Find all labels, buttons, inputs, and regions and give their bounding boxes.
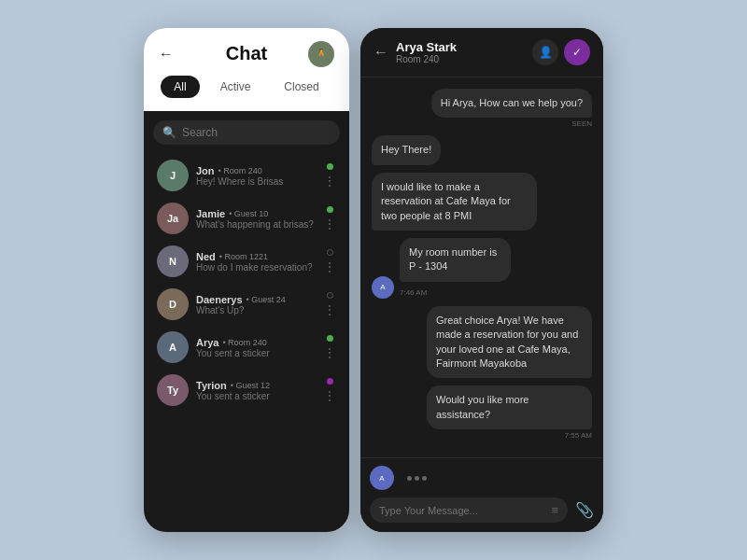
more-options-button[interactable]: ⋮ — [323, 345, 336, 360]
chat-room: • Room 240 — [222, 338, 266, 347]
back-button[interactable]: ← — [159, 46, 174, 63]
attachment-button[interactable]: 📎 — [575, 501, 594, 519]
more-options-button[interactable]: ⋮ — [323, 259, 336, 274]
message-input[interactable] — [379, 505, 551, 516]
status-dot — [327, 163, 333, 170]
chat-header: ← Arya Stark Room 240 👤 ✓ — [360, 28, 603, 77]
chat-name: Arya — [196, 337, 218, 348]
typing-user-avatar: A — [370, 466, 394, 490]
search-bar: 🔍 — [153, 120, 340, 145]
list-item[interactable]: D Daenerys • Guest 24 What's Up? ⋮ — [153, 283, 340, 326]
chat-name: Tyrion — [196, 380, 227, 391]
name-row: Ned • Room 1221 — [196, 251, 316, 262]
seen-label: SEEN — [571, 119, 592, 128]
chat-preview: How do I make reservation? — [196, 262, 316, 273]
chat-preview: You sent a sticker — [196, 348, 316, 358]
header-top-row: ← Chat 🧍 — [159, 43, 334, 64]
chat-preview: What's happening at brisas? — [196, 219, 316, 230]
message-row: Great choice Arya! We have made a reserv… — [372, 306, 592, 379]
message-time: 7:55 AM — [565, 431, 592, 440]
list-item[interactable]: N Ned • Room 1221 How do I make reservat… — [153, 240, 340, 283]
more-options-button[interactable]: ⋮ — [323, 388, 336, 403]
more-options-button[interactable]: ⋮ — [323, 217, 336, 231]
message-bubble: My room number is P - 1304 — [400, 238, 511, 282]
page-title: Chat — [226, 43, 267, 64]
search-input[interactable] — [182, 126, 331, 139]
chat-meta: ⋮ — [323, 335, 336, 360]
status-dot — [327, 206, 333, 213]
status-dot — [327, 292, 333, 299]
chat-list-header: ← Chat 🧍 All Active Closed — [144, 28, 349, 111]
chat-name: Ned — [196, 251, 216, 262]
more-options-button[interactable]: ⋮ — [323, 174, 336, 189]
chat-preview: You sent a sticker — [196, 391, 316, 401]
typing-indicator — [402, 472, 432, 484]
contact-name: Arya Stark — [396, 40, 525, 54]
chat-name: Daenerys — [196, 294, 243, 305]
list-item[interactable]: Ja Jamie • Guest 10 What's happening at … — [153, 197, 340, 240]
chat-meta: ⋮ — [323, 249, 336, 274]
contact-info: Arya Stark Room 240 — [396, 40, 525, 64]
avatar: J — [157, 160, 189, 191]
list-item[interactable]: A Arya • Room 240 You sent a sticker ⋮ — [153, 326, 340, 369]
chat-info: Daenerys • Guest 24 What's Up? — [196, 294, 316, 315]
chat-meta: ⋮ — [323, 378, 336, 403]
avatar: Ty — [157, 374, 189, 406]
chat-info: Ned • Room 1221 How do I make reservatio… — [196, 251, 316, 273]
chat-name: Jamie — [196, 208, 225, 219]
list-item[interactable]: J Jon • Room 240 Hey! Where is Brisas ⋮ — [153, 154, 340, 197]
chat-info: Jon • Room 240 Hey! Where is Brisas — [196, 165, 316, 187]
message-row: A My room number is P - 1304 7:46 AM — [372, 238, 592, 299]
message-bubble: Great choice Arya! We have made a reserv… — [427, 306, 592, 379]
more-options-button[interactable]: ⋮ — [323, 302, 336, 317]
name-row: Jon • Room 240 — [196, 165, 316, 176]
name-row: Tyrion • Guest 12 — [196, 380, 316, 391]
message-row: Hi Arya, How can we help you? SEEN — [372, 89, 592, 128]
avatar: A — [157, 331, 189, 363]
header-back-button[interactable]: ← — [374, 44, 388, 61]
chat-room: • Guest 24 — [247, 295, 286, 304]
typing-dot-1 — [407, 476, 412, 481]
tab-all[interactable]: All — [161, 76, 199, 98]
chat-name: Jon — [196, 165, 215, 176]
avatar: D — [157, 288, 189, 320]
message-bubble: Hey There! — [372, 135, 441, 164]
message-row: I would like to make a reservation at Ca… — [372, 173, 592, 231]
chat-detail-panel: ← Arya Stark Room 240 👤 ✓ Hi Arya, How c… — [360, 28, 603, 532]
app-container: ← Chat 🧍 All Active Closed 🔍 J Jon • Roo… — [144, 28, 603, 532]
check-button[interactable]: ✓ — [564, 39, 590, 65]
message-time: 7:46 AM — [400, 288, 427, 297]
header-actions: 👤 ✓ — [532, 39, 590, 65]
chat-list-panel: ← Chat 🧍 All Active Closed 🔍 J Jon • Roo… — [144, 28, 349, 532]
message-with-avatar: A My room number is P - 1304 7:46 AM — [372, 238, 548, 299]
format-icon[interactable]: ≡ — [551, 503, 558, 517]
tab-active[interactable]: Active — [207, 76, 264, 98]
messages-area: Hi Arya, How can we help you? SEEN Hey T… — [360, 77, 603, 457]
chat-list-container: J Jon • Room 240 Hey! Where is Brisas ⋮ … — [153, 154, 340, 412]
chat-preview: What's Up? — [196, 305, 316, 315]
profile-button[interactable]: 👤 — [532, 39, 558, 65]
status-dot — [327, 249, 333, 256]
chat-preview: Hey! Where is Brisas — [196, 176, 316, 187]
message-row: Hey There! — [372, 135, 592, 164]
status-dot — [327, 378, 333, 385]
message-bubble: I would like to make a reservation at Ca… — [372, 173, 537, 231]
avatar: A — [372, 276, 394, 299]
person-icon: 👤 — [539, 46, 553, 59]
chat-meta: ⋮ — [323, 163, 336, 189]
message-input-row: ≡ — [370, 497, 568, 523]
tab-closed[interactable]: Closed — [271, 76, 331, 98]
chat-room: • Guest 10 — [229, 209, 268, 218]
name-row: Jamie • Guest 10 — [196, 208, 316, 219]
chat-room: • Room 1221 — [219, 252, 268, 261]
chat-room: • Guest 12 — [231, 381, 270, 390]
message-bubble: Hi Arya, How can we help you? — [431, 89, 592, 118]
list-item[interactable]: Ty Tyrion • Guest 12 You sent a sticker … — [153, 369, 340, 412]
name-row: Arya • Room 240 — [196, 337, 316, 348]
chat-input-area: A — [360, 457, 603, 497]
chat-room: • Room 240 — [218, 166, 262, 175]
chat-info: Jamie • Guest 10 What's happening at bri… — [196, 208, 316, 230]
chat-info: Tyrion • Guest 12 You sent a sticker — [196, 380, 316, 401]
message-row: Would you like more assistance? 7:55 AM — [372, 385, 592, 440]
typing-dot-3 — [422, 476, 427, 481]
